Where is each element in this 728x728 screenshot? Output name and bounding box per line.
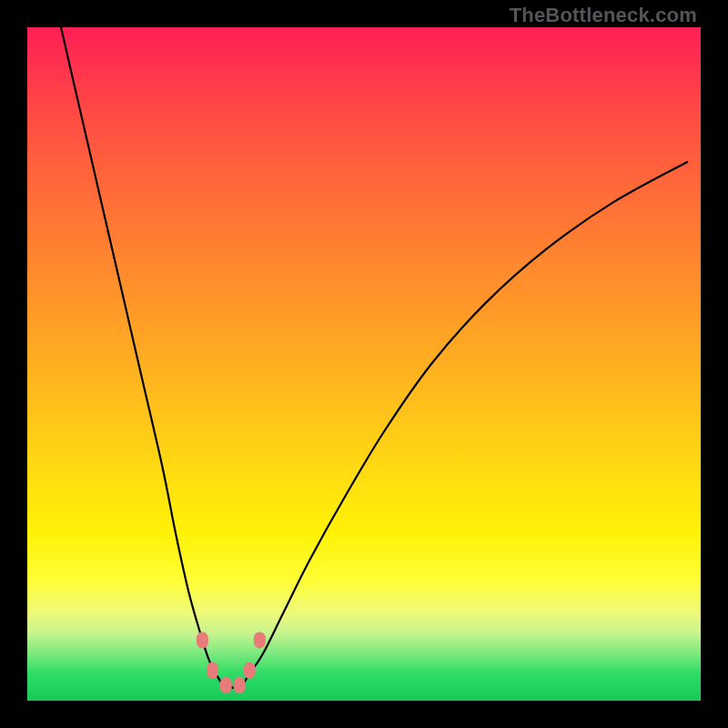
curve-marker — [244, 662, 256, 679]
watermark-text: TheBottleneck.com — [510, 4, 697, 27]
bottleneck-curve — [61, 27, 687, 688]
chart-svg — [27, 27, 701, 701]
curve-marker — [197, 632, 208, 648]
chart-frame: TheBottleneck.com — [0, 0, 728, 728]
curve-marker — [234, 677, 246, 693]
curve-marker — [207, 662, 218, 679]
curve-marker — [254, 632, 266, 648]
curve-markers — [197, 632, 266, 693]
curve-marker — [220, 677, 232, 693]
plot-area — [27, 27, 701, 701]
